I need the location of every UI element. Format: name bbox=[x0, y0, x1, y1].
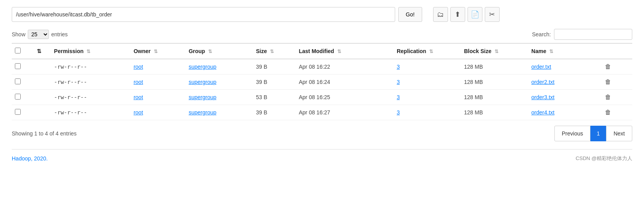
group-label: Group bbox=[189, 48, 205, 54]
table-row: -rw-r--r-- root supergroup 53 B Apr 08 1… bbox=[12, 90, 632, 105]
col-header-name[interactable]: Name ⇅ bbox=[528, 43, 602, 59]
sort-icon: ⇅ bbox=[37, 48, 41, 54]
table-row: -rw-r--r-- root supergroup 39 B Apr 08 1… bbox=[12, 105, 632, 120]
row-last-modified: Apr 08 16:27 bbox=[296, 105, 394, 120]
row-sort-cell bbox=[34, 59, 51, 75]
folder-icon: 🗂 bbox=[437, 11, 444, 19]
row-replication: 3 bbox=[394, 105, 461, 120]
row-delete-cell: 🗑 bbox=[602, 90, 632, 105]
replication-link[interactable]: 3 bbox=[397, 79, 400, 85]
row-last-modified: Apr 08 16:24 bbox=[296, 75, 394, 90]
name-sort-icon: ⇅ bbox=[549, 49, 553, 54]
col-header-replication[interactable]: Replication ⇅ bbox=[394, 43, 461, 59]
next-button[interactable]: Next bbox=[606, 126, 632, 141]
table-header-row: ⇅ Permission ⇅ Owner ⇅ Group ⇅ bbox=[12, 43, 632, 59]
row-size: 39 B bbox=[253, 105, 295, 120]
file-table: ⇅ Permission ⇅ Owner ⇅ Group ⇅ bbox=[12, 43, 632, 120]
row-checkbox-1[interactable] bbox=[15, 78, 21, 84]
select-all-checkbox[interactable] bbox=[15, 48, 21, 53]
current-page-number[interactable]: 1 bbox=[590, 126, 606, 141]
upload-icon-button[interactable]: ⬆ bbox=[450, 7, 465, 22]
footer-right-text: CSDN @精彩绝伦体力人 bbox=[576, 155, 632, 162]
row-block-size: 128 MB bbox=[461, 75, 528, 90]
owner-link[interactable]: root bbox=[133, 79, 143, 85]
row-sort-cell bbox=[34, 105, 51, 120]
file-name-link[interactable]: order3.txt bbox=[531, 94, 554, 100]
size-label: Size bbox=[256, 48, 267, 54]
group-link[interactable]: supergroup bbox=[189, 94, 216, 100]
row-checkbox-2[interactable] bbox=[15, 94, 21, 100]
row-checkbox-cell bbox=[12, 90, 34, 105]
row-group: supergroup bbox=[185, 75, 253, 90]
file-name-link[interactable]: order.txt bbox=[531, 64, 551, 70]
row-permission: -rw-r--r-- bbox=[51, 105, 130, 120]
col-header-owner[interactable]: Owner ⇅ bbox=[130, 43, 185, 59]
group-link[interactable]: supergroup bbox=[189, 79, 216, 85]
search-label: Search: bbox=[532, 31, 551, 37]
col-header-size[interactable]: Size ⇅ bbox=[253, 43, 295, 59]
owner-link[interactable]: root bbox=[133, 64, 143, 70]
owner-link[interactable]: root bbox=[133, 94, 143, 100]
footer: Hadoop, 2020. CSDN @精彩绝伦体力人 bbox=[0, 150, 644, 167]
delete-icon[interactable]: 🗑 bbox=[605, 94, 611, 100]
col-header-block-size[interactable]: Block Size ⇅ bbox=[461, 43, 528, 59]
go-button[interactable]: Go! bbox=[398, 7, 422, 22]
row-replication: 3 bbox=[394, 75, 461, 90]
row-name: order4.txt bbox=[528, 105, 602, 120]
delete-icon[interactable]: 🗑 bbox=[605, 63, 611, 70]
col-header-sort[interactable]: ⇅ bbox=[34, 43, 51, 59]
row-checkbox-cell bbox=[12, 75, 34, 90]
group-link[interactable]: supergroup bbox=[189, 109, 216, 116]
col-header-group[interactable]: Group ⇅ bbox=[185, 43, 253, 59]
col-header-last-modified[interactable]: Last Modified ⇅ bbox=[296, 43, 394, 59]
row-last-modified: Apr 08 16:25 bbox=[296, 90, 394, 105]
table-row: -rw-r--r-- root supergroup 39 B Apr 08 1… bbox=[12, 59, 632, 75]
block-size-label: Block Size bbox=[464, 48, 491, 54]
row-block-size: 128 MB bbox=[461, 90, 528, 105]
delete-icon[interactable]: 🗑 bbox=[605, 109, 611, 116]
replication-link[interactable]: 3 bbox=[397, 109, 400, 116]
group-link[interactable]: supergroup bbox=[189, 64, 216, 70]
search-box: Search: bbox=[532, 29, 632, 40]
row-checkbox-cell bbox=[12, 59, 34, 75]
block-size-sort-icon: ⇅ bbox=[495, 49, 498, 54]
row-delete-cell: 🗑 bbox=[602, 75, 632, 90]
search-input[interactable] bbox=[554, 29, 632, 40]
copy-icon-button[interactable]: ✂ bbox=[485, 7, 500, 22]
last-modified-label: Last Modified bbox=[299, 48, 334, 54]
row-permission: -rw-r--r-- bbox=[51, 75, 130, 90]
row-checkbox-3[interactable] bbox=[15, 109, 21, 115]
previous-button[interactable]: Previous bbox=[554, 126, 590, 141]
row-checkbox-0[interactable] bbox=[15, 63, 21, 69]
owner-link[interactable]: root bbox=[133, 109, 143, 116]
permission-label: Permission bbox=[54, 48, 83, 54]
row-owner: root bbox=[130, 75, 185, 90]
entries-select[interactable]: 10 25 50 100 bbox=[28, 30, 49, 39]
row-permission: -rw-r--r-- bbox=[51, 59, 130, 75]
document-icon-button[interactable]: 📄 bbox=[468, 7, 482, 22]
folder-icon-button[interactable]: 🗂 bbox=[433, 7, 448, 22]
row-group: supergroup bbox=[185, 105, 253, 120]
path-input[interactable] bbox=[12, 7, 395, 22]
row-group: supergroup bbox=[185, 90, 253, 105]
footer-left-text: Hadoop, 2020. bbox=[12, 155, 48, 162]
pagination: Previous 1 Next bbox=[554, 126, 632, 141]
file-name-link[interactable]: order2.txt bbox=[531, 79, 554, 85]
pagination-row: Showing 1 to 4 of 4 entries Previous 1 N… bbox=[0, 120, 644, 149]
file-name-link[interactable]: order4.txt bbox=[531, 109, 554, 116]
replication-link[interactable]: 3 bbox=[397, 94, 400, 100]
show-label: Show bbox=[12, 31, 25, 37]
col-header-permission[interactable]: Permission ⇅ bbox=[51, 43, 130, 59]
delete-icon[interactable]: 🗑 bbox=[605, 78, 611, 85]
row-sort-cell bbox=[34, 90, 51, 105]
row-delete-cell: 🗑 bbox=[602, 105, 632, 120]
col-header-checkbox bbox=[12, 43, 34, 59]
row-owner: root bbox=[130, 59, 185, 75]
col-header-action bbox=[602, 43, 632, 59]
row-permission: -rw-r--r-- bbox=[51, 90, 130, 105]
replication-link[interactable]: 3 bbox=[397, 64, 400, 70]
row-owner: root bbox=[130, 105, 185, 120]
toolbar-icons: 🗂 ⬆ 📄 ✂ bbox=[433, 7, 500, 22]
table-body: -rw-r--r-- root supergroup 39 B Apr 08 1… bbox=[12, 59, 632, 120]
row-name: order.txt bbox=[528, 59, 602, 75]
